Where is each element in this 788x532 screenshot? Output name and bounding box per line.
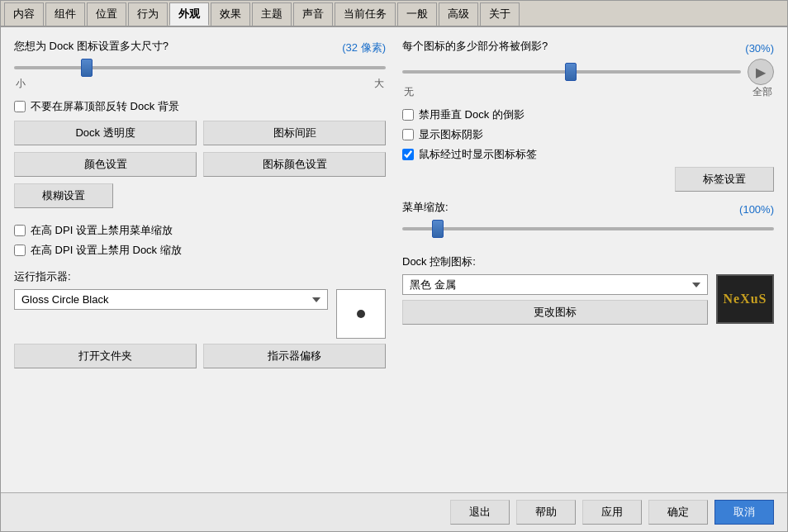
- show-shadow-checkbox[interactable]: [402, 129, 414, 140]
- color-settings-button[interactable]: 颜色设置: [14, 152, 197, 177]
- menu-scale-section: 菜单缩放: (100%): [402, 200, 774, 238]
- icon-color-button[interactable]: 图标颜色设置: [203, 152, 386, 177]
- change-icon-button[interactable]: 更改图标: [402, 300, 708, 325]
- menu-scale-slider-thumb[interactable]: [432, 220, 444, 238]
- size-label: 您想为 Dock 图标设置多大尺寸?: [14, 39, 169, 54]
- indicator-preview: [336, 289, 386, 339]
- bottom-bar: 退出 帮助 应用 确定 取消: [1, 492, 787, 531]
- nav-tabs: 内容 组件 位置 行为 外观 效果 主题 声音 当前任务 一般 高级 关于: [1, 1, 787, 27]
- menu-scale-label: 菜单缩放:: [402, 200, 449, 215]
- tab-appearance[interactable]: 外观: [169, 2, 209, 26]
- indicator-preview-dot: [357, 310, 365, 318]
- main-window: 内容 组件 位置 行为 外观 效果 主题 声音 当前任务 一般 高级 关于 您想…: [0, 0, 788, 532]
- size-min-label: 小: [16, 77, 26, 91]
- nexus-logo-text: NeXuS: [723, 292, 767, 306]
- tab-content[interactable]: 内容: [4, 2, 44, 26]
- indicator-pref-button[interactable]: 指示器偏移: [203, 344, 386, 368]
- dpi-menu-checkbox[interactable]: [14, 225, 26, 236]
- size-header: 您想为 Dock 图标设置多大尺寸? (32 像素): [14, 39, 386, 57]
- reflection-slider-thumb[interactable]: [565, 63, 577, 81]
- dock-transparency-button[interactable]: Dock 透明度: [14, 121, 197, 145]
- reflection-slider-row: ▶: [402, 59, 774, 85]
- tab-about[interactable]: 关于: [480, 2, 520, 26]
- apply-button[interactable]: 应用: [582, 500, 642, 525]
- dock-control-section: Dock 控制图标: 黑色 金属 更改图标 NeXuS: [402, 254, 774, 325]
- show-tooltip-label: 鼠标经过时显示图标标签: [419, 147, 537, 162]
- dpi-dock-checkbox[interactable]: [14, 245, 26, 256]
- menu-scale-slider-track: [402, 227, 774, 230]
- menu-scale-header: 菜单缩放: (100%): [402, 200, 774, 218]
- disable-vertical-checkbox[interactable]: [402, 109, 414, 121]
- reflection-next-button[interactable]: ▶: [748, 59, 774, 85]
- dpi-dock-row: 在高 DPI 设置上禁用 Dock 缩放: [14, 243, 386, 258]
- tab-advanced[interactable]: 高级: [439, 2, 478, 26]
- reflection-value: (30%): [745, 42, 774, 55]
- size-slider-container[interactable]: [14, 59, 386, 77]
- menu-scale-value: (100%): [739, 203, 774, 216]
- indicator-section: 运行指示器: Gloss Circle Black 打开文件夹: [14, 269, 386, 368]
- tab-sound[interactable]: 声音: [293, 2, 333, 26]
- dock-control-label: Dock 控制图标:: [402, 254, 774, 269]
- label-settings-button[interactable]: 标签设置: [675, 167, 774, 192]
- btn-group-1: Dock 透明度 图标间距: [14, 121, 386, 145]
- tab-theme[interactable]: 主题: [252, 2, 292, 26]
- tab-general[interactable]: 一般: [397, 2, 437, 26]
- indicator-dropdown[interactable]: Gloss Circle Black: [14, 289, 328, 310]
- reflection-slider-track: [402, 70, 741, 74]
- tab-behavior[interactable]: 行为: [128, 2, 168, 26]
- tab-position[interactable]: 位置: [87, 2, 126, 26]
- cancel-button[interactable]: 取消: [714, 500, 774, 525]
- main-two-col: 您想为 Dock 图标设置多大尺寸? (32 像素) 小 大: [14, 39, 774, 375]
- tab-effects[interactable]: 效果: [211, 2, 250, 26]
- no-flip-row: 不要在屏幕顶部反转 Dock 背景: [14, 99, 386, 114]
- reflection-slider-labels: 无 全部: [402, 85, 774, 99]
- right-column: 每个图标的多少部分将被倒影? (30%) ▶: [402, 39, 774, 375]
- dpi-menu-row: 在高 DPI 设置上禁用菜单缩放: [14, 223, 386, 238]
- indicator-label: 运行指示器:: [14, 269, 386, 284]
- size-max-label: 大: [374, 77, 384, 91]
- ok-button[interactable]: 确定: [648, 500, 708, 525]
- show-tooltip-row: 鼠标经过时显示图标标签: [402, 147, 774, 162]
- disable-vertical-label: 禁用垂直 Dock 的倒影: [419, 107, 525, 122]
- dock-control-inner: 黑色 金属 更改图标: [402, 274, 708, 325]
- size-slider-track: [14, 66, 386, 69]
- open-folder-button[interactable]: 打开文件夹: [14, 344, 197, 368]
- nexus-logo-box: NeXuS: [716, 274, 774, 324]
- tab-current-task[interactable]: 当前任务: [335, 2, 396, 26]
- dock-control-row: 黑色 金属 更改图标 NeXuS: [402, 274, 774, 325]
- reflection-min-label: 无: [404, 85, 414, 99]
- dpi-menu-label: 在高 DPI 设置上禁用菜单缩放: [31, 223, 173, 238]
- show-shadow-row: 显示图标阴影: [402, 127, 774, 142]
- reflection-label: 每个图标的多少部分将被倒影?: [402, 39, 548, 54]
- btn-group-2: 颜色设置 图标颜色设置: [14, 152, 386, 177]
- dpi-dock-label: 在高 DPI 设置上禁用 Dock 缩放: [31, 243, 182, 258]
- no-flip-checkbox[interactable]: [14, 101, 26, 112]
- reflection-header: 每个图标的多少部分将被倒影? (30%): [402, 39, 774, 57]
- tab-component[interactable]: 组件: [45, 2, 85, 26]
- label-settings-row: 标签设置: [402, 167, 774, 192]
- reflection-slider-container[interactable]: [402, 63, 741, 81]
- show-tooltip-checkbox[interactable]: [402, 149, 414, 160]
- left-column: 您想为 Dock 图标设置多大尺寸? (32 像素) 小 大: [14, 39, 386, 375]
- menu-scale-slider-container[interactable]: [402, 220, 774, 238]
- icon-spacing-button[interactable]: 图标间距: [203, 121, 386, 145]
- reflection-max-label: 全部: [752, 85, 772, 99]
- reflection-section: 每个图标的多少部分将被倒影? (30%) ▶: [402, 39, 774, 99]
- show-shadow-label: 显示图标阴影: [419, 127, 483, 142]
- size-slider-thumb[interactable]: [81, 59, 93, 77]
- btn-group-3: 模糊设置: [14, 183, 386, 208]
- indicator-dropdown-wrapper: Gloss Circle Black: [14, 289, 328, 310]
- size-section: 您想为 Dock 图标设置多大尺寸? (32 像素) 小 大: [14, 39, 386, 91]
- content-area: 您想为 Dock 图标设置多大尺寸? (32 像素) 小 大: [1, 27, 787, 492]
- no-flip-label: 不要在屏幕顶部反转 Dock 背景: [31, 99, 179, 114]
- indicator-row: Gloss Circle Black: [14, 289, 386, 339]
- indicator-btn-group: 打开文件夹 指示器偏移: [14, 344, 386, 368]
- size-value: (32 像素): [342, 40, 386, 55]
- disable-vertical-row: 禁用垂直 Dock 的倒影: [402, 107, 774, 122]
- size-slider-labels: 小 大: [14, 77, 386, 91]
- dock-control-dropdown[interactable]: 黑色 金属: [402, 274, 708, 295]
- blur-settings-button[interactable]: 模糊设置: [14, 183, 113, 208]
- help-button[interactable]: 帮助: [516, 500, 576, 525]
- exit-button[interactable]: 退出: [450, 500, 510, 525]
